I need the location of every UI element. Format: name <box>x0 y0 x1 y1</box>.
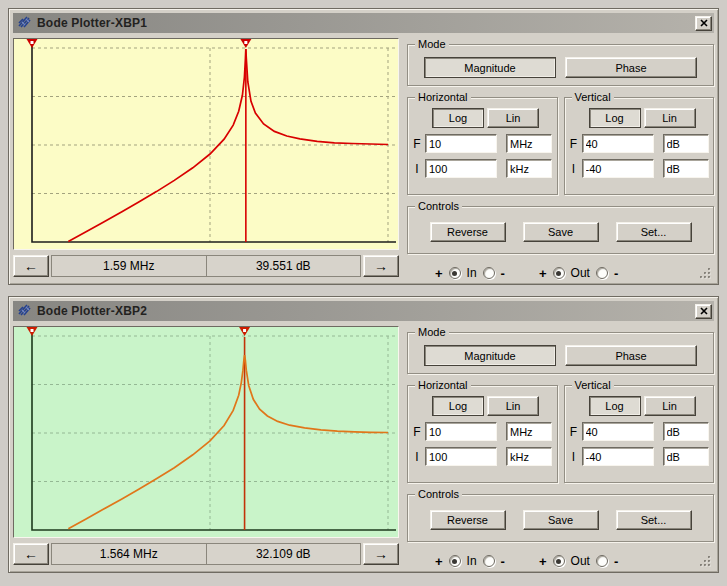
horizontal-final-unit-input[interactable] <box>506 134 552 153</box>
magnitude-button[interactable]: Magnitude <box>424 57 556 78</box>
in-minus-radio[interactable] <box>483 555 495 567</box>
out-plus-label: + <box>539 266 547 281</box>
vertical-group-label: Vertical <box>572 91 614 103</box>
left-arrow-icon: ← <box>24 546 38 562</box>
phase-button[interactable]: Phase <box>565 345 697 366</box>
right-arrow-icon: → <box>374 258 388 274</box>
vertical-initial-unit-input[interactable] <box>663 159 709 178</box>
horizontal-lin-button[interactable]: Lin <box>487 108 539 128</box>
vertical-final-label: F <box>569 137 579 151</box>
out-minus-radio[interactable] <box>596 267 608 279</box>
horizontal-final-value-input[interactable] <box>425 422 497 441</box>
save-button[interactable]: Save <box>523 510 599 530</box>
horizontal-group-label: Horizontal <box>415 379 471 391</box>
vertical-final-unit-input[interactable] <box>663 422 709 441</box>
horizontal-group: Horizontal Log Lin F I <box>407 97 558 195</box>
out-plus-radio[interactable] <box>553 555 565 567</box>
close-button[interactable] <box>695 16 712 31</box>
cursor-right-button[interactable]: → <box>363 543 399 565</box>
phase-button[interactable]: Phase <box>565 57 697 78</box>
vertical-final-value-input[interactable] <box>582 422 654 441</box>
mode-group: Mode Magnitude Phase <box>407 332 714 374</box>
out-label: Out <box>571 554 590 568</box>
in-label: In <box>467 554 477 568</box>
set-button[interactable]: Set... <box>616 222 692 242</box>
horizontal-initial-unit-input[interactable] <box>506 159 552 178</box>
mode-group-label: Mode <box>415 38 449 50</box>
resize-grip-icon[interactable] <box>699 555 712 571</box>
in-minus-label: - <box>501 554 505 569</box>
bode-plotter-window-xbp2: Bode Plotter-XBP2 ← 1.564 MHz 32.109 dB … <box>8 296 719 573</box>
vertical-final-label: F <box>569 425 579 439</box>
close-button[interactable] <box>695 304 712 319</box>
vertical-initial-value-input[interactable] <box>582 159 654 178</box>
cursor-frequency-readout: 1.564 MHz <box>51 543 207 565</box>
bode-magnitude-plot[interactable] <box>14 327 398 537</box>
title-bar[interactable]: Bode Plotter-XBP2 <box>13 301 714 321</box>
out-minus-radio[interactable] <box>596 555 608 567</box>
in-minus-label: - <box>501 266 505 281</box>
in-minus-radio[interactable] <box>483 267 495 279</box>
vertical-log-button[interactable]: Log <box>589 396 641 416</box>
bode-plotter-icon <box>17 303 33 319</box>
resize-grip-icon[interactable] <box>699 267 712 283</box>
out-plus-label: + <box>539 554 547 569</box>
horizontal-lin-button[interactable]: Lin <box>487 396 539 416</box>
bode-plotter-icon <box>17 15 33 31</box>
out-label: Out <box>571 266 590 280</box>
io-terminals-row: + In - + Out - <box>407 551 714 571</box>
vertical-group: Vertical Log Lin F I <box>564 385 715 483</box>
close-icon <box>700 305 708 317</box>
save-button[interactable]: Save <box>523 222 599 242</box>
bode-magnitude-plot[interactable] <box>14 39 398 249</box>
cursor-navbar: ← 1.59 MHz 39.551 dB → <box>13 255 399 277</box>
reverse-button[interactable]: Reverse <box>430 222 506 242</box>
mode-group-label: Mode <box>415 326 449 338</box>
vertical-final-unit-input[interactable] <box>663 134 709 153</box>
vertical-initial-unit-input[interactable] <box>663 447 709 466</box>
horizontal-initial-value-input[interactable] <box>425 159 497 178</box>
vertical-log-button[interactable]: Log <box>589 108 641 128</box>
in-plus-radio[interactable] <box>449 267 461 279</box>
controls-group-label: Controls <box>415 488 462 500</box>
magnitude-button[interactable]: Magnitude <box>424 345 556 366</box>
vertical-group-label: Vertical <box>572 379 614 391</box>
horizontal-initial-value-input[interactable] <box>425 447 497 466</box>
vertical-initial-label: I <box>569 450 579 464</box>
horizontal-initial-unit-input[interactable] <box>506 447 552 466</box>
horizontal-final-unit-input[interactable] <box>506 422 552 441</box>
horizontal-final-label: F <box>412 137 422 151</box>
cursor-magnitude-readout: 32.109 dB <box>207 543 362 565</box>
horizontal-log-button[interactable]: Log <box>432 108 484 128</box>
horizontal-group: Horizontal Log Lin F I <box>407 385 558 483</box>
horizontal-initial-label: I <box>412 450 422 464</box>
vertical-final-value-input[interactable] <box>582 134 654 153</box>
set-button[interactable]: Set... <box>616 510 692 530</box>
window-title: Bode Plotter-XBP1 <box>37 16 691 30</box>
cursor-right-button[interactable]: → <box>363 255 399 277</box>
right-arrow-icon: → <box>374 546 388 562</box>
plot-area[interactable] <box>13 38 399 250</box>
controls-group: Controls Reverse Save Set... <box>407 494 714 542</box>
out-minus-label: - <box>614 266 618 281</box>
horizontal-final-value-input[interactable] <box>425 134 497 153</box>
controls-group: Controls Reverse Save Set... <box>407 206 714 254</box>
cursor-left-button[interactable]: ← <box>13 543 49 565</box>
plot-area[interactable] <box>13 326 399 538</box>
in-plus-radio[interactable] <box>449 555 461 567</box>
title-bar[interactable]: Bode Plotter-XBP1 <box>13 13 714 33</box>
cursor-left-button[interactable]: ← <box>13 255 49 277</box>
out-plus-radio[interactable] <box>553 267 565 279</box>
in-label: In <box>467 266 477 280</box>
controls-group-label: Controls <box>415 200 462 212</box>
cursor-navbar: ← 1.564 MHz 32.109 dB → <box>13 543 399 565</box>
vertical-lin-button[interactable]: Lin <box>644 108 696 128</box>
horizontal-log-button[interactable]: Log <box>432 396 484 416</box>
mode-group: Mode Magnitude Phase <box>407 44 714 86</box>
vertical-group: Vertical Log Lin F I <box>564 97 715 195</box>
vertical-lin-button[interactable]: Lin <box>644 396 696 416</box>
horizontal-initial-label: I <box>412 162 422 176</box>
vertical-initial-value-input[interactable] <box>582 447 654 466</box>
reverse-button[interactable]: Reverse <box>430 510 506 530</box>
in-plus-label: + <box>435 266 443 281</box>
